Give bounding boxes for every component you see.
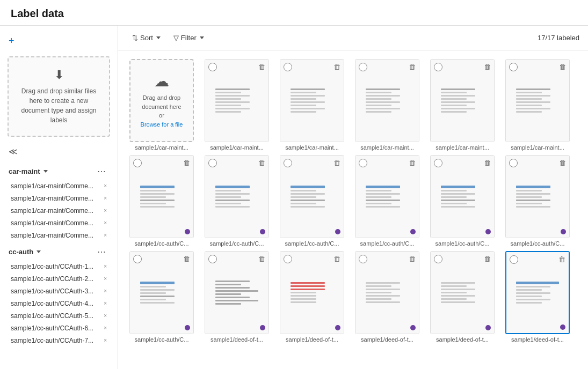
cc-auth-title[interactable]: cc-auth [9, 248, 41, 256]
list-item[interactable]: sample1/car-maint/Comme...× [0, 229, 118, 241]
list-item[interactable]: sample1/cc-auth/CCAuth-4...× [0, 297, 118, 309]
grid-cell[interactable]: 🗑sample1/cc-auth/C... [277, 155, 347, 247]
card-checkbox[interactable] [208, 63, 217, 71]
delete-icon[interactable]: 🗑 [409, 159, 416, 167]
grid-cell[interactable]: 🗑sample1/cc-auth/C... [427, 155, 497, 247]
collapse-button[interactable]: ≪ [0, 142, 118, 161]
document-card[interactable]: 🗑 [280, 251, 344, 334]
upload-card[interactable]: ☁ Drag and dropdocument hereor Browse fo… [129, 59, 194, 142]
list-item[interactable]: sample1/cc-auth/CCAuth-1...× [0, 260, 118, 272]
card-checkbox[interactable] [509, 159, 518, 167]
list-item[interactable]: sample1/cc-auth/CCAuth-7...× [0, 334, 118, 346]
delete-icon[interactable]: 🗑 [484, 159, 491, 167]
delete-icon[interactable]: 🗑 [409, 255, 416, 263]
delete-icon[interactable]: 🗑 [559, 63, 566, 71]
document-card[interactable]: 🗑 [205, 59, 269, 142]
list-item[interactable]: sample1/cc-auth/CCAuth-6...× [0, 322, 118, 334]
grid-cell[interactable]: 🗑sample1/deed-of-t... [503, 251, 572, 343]
list-item[interactable]: sample1/cc-auth/CCAuth-5...× [0, 309, 118, 322]
document-card[interactable]: 🗑 [505, 155, 570, 238]
card-checkbox[interactable] [359, 159, 367, 167]
delete-icon[interactable]: 🗑 [409, 63, 416, 71]
document-card[interactable]: 🗑 [280, 59, 344, 142]
close-icon[interactable]: × [101, 324, 109, 332]
close-icon[interactable]: × [101, 182, 109, 190]
filter-button[interactable]: ▽ Filter [168, 31, 209, 45]
card-checkbox[interactable] [284, 255, 292, 263]
browse-link[interactable]: Browse for a file [141, 121, 183, 128]
document-card[interactable]: 🗑 [505, 59, 570, 142]
delete-icon[interactable]: 🗑 [484, 63, 491, 71]
grid-cell[interactable]: 🗑sample1/deed-of-t... [277, 251, 347, 343]
grid-cell[interactable]: 🗑sample1/cc-auth/C... [127, 251, 197, 343]
delete-icon[interactable]: 🗑 [333, 63, 340, 71]
document-card[interactable]: 🗑 [129, 155, 194, 238]
grid-cell[interactable]: 🗑sample1/car-maint... [202, 59, 272, 151]
card-checkbox[interactable] [434, 159, 442, 167]
car-maint-menu-icon[interactable]: ⋯ [94, 165, 109, 178]
list-item[interactable]: sample1/car-maint/Comme...× [0, 204, 118, 217]
document-card[interactable]: 🗑 [129, 251, 194, 334]
document-card[interactable]: 🗑 [505, 251, 570, 334]
grid-cell[interactable]: 🗑sample1/deed-of-t... [352, 251, 422, 343]
car-maint-title[interactable]: car-maint [9, 167, 48, 175]
grid-cell[interactable]: 🗑sample1/cc-auth/C... [127, 155, 197, 247]
close-icon[interactable]: × [101, 336, 109, 344]
grid-cell[interactable]: 🗑sample1/car-maint... [352, 59, 422, 151]
sort-button[interactable]: ⇅ Sort [127, 31, 166, 45]
card-checkbox[interactable] [284, 159, 292, 167]
document-card[interactable]: 🗑 [355, 59, 419, 142]
close-icon[interactable]: × [101, 262, 109, 270]
card-checkbox[interactable] [359, 255, 367, 263]
document-card[interactable]: 🗑 [280, 155, 344, 238]
delete-icon[interactable]: 🗑 [333, 255, 340, 263]
card-checkbox[interactable] [284, 63, 292, 71]
grid-cell[interactable]: 🗑sample1/car-maint... [277, 59, 347, 151]
delete-icon[interactable]: 🗑 [258, 255, 265, 263]
delete-icon[interactable]: 🗑 [558, 255, 565, 263]
close-icon[interactable]: × [101, 299, 109, 307]
document-card[interactable]: 🗑 [205, 155, 269, 238]
close-icon[interactable]: × [101, 312, 109, 320]
list-item[interactable]: sample1/car-maint/Comme...× [0, 217, 118, 229]
list-item[interactable]: sample1/car-maint/Comme...× [0, 180, 118, 192]
grid-cell[interactable]: 🗑sample1/cc-auth/C... [352, 155, 422, 247]
document-card[interactable]: 🗑 [430, 251, 495, 334]
close-icon[interactable]: × [101, 219, 109, 227]
close-icon[interactable]: × [101, 287, 109, 295]
close-icon[interactable]: × [101, 194, 109, 202]
delete-icon[interactable]: 🗑 [484, 255, 491, 263]
document-card[interactable]: 🗑 [430, 59, 495, 142]
grid-cell[interactable]: ☁ Drag and dropdocument hereor Browse fo… [127, 59, 197, 151]
document-card[interactable]: 🗑 [205, 251, 269, 334]
grid-cell[interactable]: 🗑sample1/cc-auth/C... [503, 155, 572, 247]
card-checkbox[interactable] [509, 63, 518, 71]
delete-icon[interactable]: 🗑 [183, 255, 190, 263]
delete-icon[interactable]: 🗑 [258, 159, 265, 167]
grid-cell[interactable]: 🗑sample1/deed-of-t... [427, 251, 497, 343]
document-card[interactable]: 🗑 [355, 155, 419, 238]
list-item[interactable]: sample1/cc-auth/CCAuth-2...× [0, 272, 118, 285]
delete-icon[interactable]: 🗑 [333, 159, 340, 167]
card-checkbox[interactable] [359, 63, 367, 71]
grid-cell[interactable]: 🗑sample1/deed-of-t... [202, 251, 272, 343]
card-checkbox[interactable] [208, 159, 217, 167]
card-checkbox[interactable] [434, 63, 442, 71]
delete-icon[interactable]: 🗑 [559, 159, 566, 167]
grid-cell[interactable]: 🗑sample1/car-maint... [503, 59, 572, 151]
card-checkbox[interactable] [208, 255, 217, 263]
list-item[interactable]: sample1/cc-auth/CCAuth-3...× [0, 285, 118, 297]
card-checkbox[interactable] [133, 159, 142, 167]
close-icon[interactable]: × [101, 275, 109, 283]
grid-cell[interactable]: 🗑sample1/car-maint... [427, 59, 497, 151]
delete-icon[interactable]: 🗑 [183, 159, 190, 167]
cc-auth-menu-icon[interactable]: ⋯ [94, 246, 109, 258]
add-button[interactable]: + [0, 31, 118, 51]
document-card[interactable]: 🗑 [355, 251, 419, 334]
close-icon[interactable]: × [101, 206, 109, 215]
delete-icon[interactable]: 🗑 [258, 63, 265, 71]
sidebar-drag-drop-panel[interactable]: ⬇ Drag and drop similar files here to cr… [8, 56, 110, 137]
list-item[interactable]: sample1/car-maint/Comme...× [0, 192, 118, 204]
close-icon[interactable]: × [101, 231, 109, 239]
grid-cell[interactable]: 🗑sample1/cc-auth/C... [202, 155, 272, 247]
